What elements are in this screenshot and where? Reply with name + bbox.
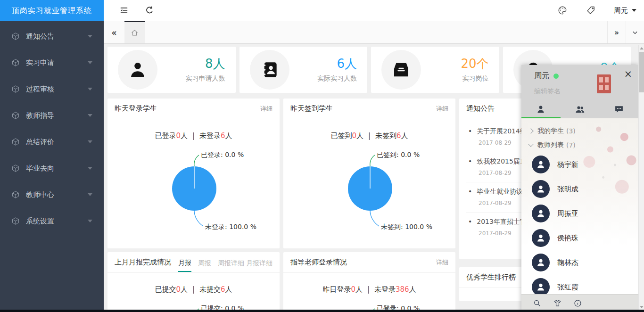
sidebar-item-label: 通知公告 [26, 32, 54, 41]
tag-icon[interactable] [586, 5, 596, 16]
tab-monthly[interactable]: 月报 [178, 253, 191, 272]
chat-user-name: 周元 [534, 71, 549, 81]
list-item[interactable]: 侯艳珠 [521, 226, 638, 250]
detail-link[interactable]: 详细 [260, 105, 272, 113]
svg-text:未登录: 100.0 %: 未登录: 100.0 % [205, 223, 256, 230]
scrollbar-thumb[interactable] [639, 52, 644, 92]
cube-icon [11, 164, 20, 172]
member-name: 张明成 [557, 185, 578, 194]
svg-text:已登录: 0.0 %: 已登录: 0.0 % [201, 151, 244, 158]
sidebar-item-label: 毕业去向 [26, 164, 54, 173]
contacts-icon [250, 50, 289, 90]
info-icon[interactable] [573, 299, 582, 308]
stat-value: 6人 [317, 57, 357, 71]
sidebar-item-apply[interactable]: 实习申请 [0, 49, 104, 76]
caret-down-icon [88, 167, 92, 170]
user-menu[interactable]: 周元 [614, 6, 636, 15]
cube-icon [11, 138, 20, 146]
list-item[interactable]: 杨宇新 [521, 152, 638, 177]
tab-bar: « » [104, 21, 644, 44]
topbar: 周元 [104, 0, 644, 21]
stat-card-positions[interactable]: 20个 实习岗位 [371, 47, 499, 93]
collapse-menu-icon[interactable] [119, 5, 129, 16]
detail-link[interactable]: 详细 [436, 105, 448, 113]
shirt-skin-icon[interactable] [553, 299, 562, 308]
svg-text:未签到: 100.0 %: 未签到: 100.0 % [381, 223, 432, 230]
panel-title: 上月月报完成情况 [115, 258, 171, 267]
list-item[interactable]: 周振亚 [521, 201, 638, 226]
panel-title: 通知公告 [466, 104, 495, 113]
summary-unit: 人 [181, 285, 188, 294]
detail-link[interactable]: 详细 [436, 258, 448, 267]
list-item[interactable]: 张红霞 [521, 275, 638, 294]
cube-icon [11, 32, 20, 41]
group-my-students[interactable]: 我的学生 (3) [529, 124, 638, 138]
sidebar-item-settings[interactable]: 系统设置 [0, 208, 104, 234]
caret-down-icon [88, 114, 92, 117]
panel-monthly-report: 上月月报完成情况 月报 周报 周报详细 月报详细 已提交0人|未提交6人 已提交… [107, 252, 280, 312]
summary-unit: 人 [225, 131, 232, 140]
tab-contacts-groups[interactable] [561, 100, 600, 118]
sidebar-item-label: 教师指导 [26, 111, 54, 120]
scroll-up-arrow-icon[interactable] [640, 47, 644, 49]
panel-title: 优秀学生排行榜 [466, 273, 516, 282]
summary-value: 0 [352, 131, 356, 140]
inbox-icon [381, 50, 421, 90]
sidebar-item-label: 过程审核 [26, 85, 54, 94]
sidebar-item-label: 实习申请 [26, 58, 54, 67]
tab-home[interactable] [124, 21, 145, 43]
summary-label: 未提交 [199, 285, 221, 294]
app-title: 顶岗实习就业管理系统 [0, 0, 104, 21]
signin-pie-chart: 已签到: 0.0 % 未签到: 100.0 % [283, 142, 455, 245]
sidebar-item-process[interactable]: 过程审核 [0, 76, 104, 102]
member-name: 周振亚 [557, 209, 578, 218]
chat-bubble-icon [614, 104, 624, 115]
group-count: (7) [566, 141, 576, 149]
login-summary: 已登录0人|未登录6人 [107, 131, 280, 140]
tab-monthly-detail[interactable]: 月报详细 [246, 254, 272, 271]
avatar [532, 254, 550, 271]
summary-separator: | [192, 131, 195, 140]
cube-icon [11, 190, 20, 199]
member-name: 杨宇新 [557, 160, 578, 169]
chevron-right-icon [528, 128, 533, 133]
group-teacher-list[interactable]: 教师列表 (7) [529, 138, 638, 152]
palette-icon[interactable] [557, 5, 568, 16]
scroll-down-arrow-icon[interactable] [640, 306, 644, 308]
caret-down-icon [88, 61, 92, 64]
stat-card-actual[interactable]: 6人 实际实习人数 [239, 47, 368, 93]
sidebar-item-evaluation[interactable]: 总结评价 [0, 129, 104, 155]
list-item[interactable]: 鞠林杰 [521, 250, 638, 275]
stat-card-apply[interactable]: 8人 实习申请人数 [107, 47, 236, 93]
tab-contacts-person[interactable] [521, 100, 561, 118]
vertical-scrollbar[interactable] [638, 45, 644, 312]
sidebar-item-graduation[interactable]: 毕业去向 [0, 155, 104, 181]
tab-conversations[interactable] [599, 100, 638, 118]
stat-text: 6人 实际实习人数 [317, 57, 357, 83]
close-icon[interactable]: × [624, 69, 632, 79]
report-tabs: 月报 周报 周报详细 月报详细 [172, 253, 272, 272]
summary-label: 已签到 [330, 131, 352, 140]
chat-header: 周元 编辑签名 × [521, 65, 638, 118]
stat-value: 8人 [186, 57, 225, 71]
user-icon [118, 50, 157, 90]
tab-actions: » [607, 21, 644, 43]
summary-value: 6 [396, 131, 401, 140]
tabs-menu-button[interactable] [626, 21, 644, 43]
search-icon[interactable] [533, 299, 542, 308]
list-item[interactable]: 张明成 [521, 177, 638, 201]
panel-header: 上月月报完成情况 月报 周报 周报详细 月报详细 [107, 252, 280, 273]
sidebar-item-notice[interactable]: 通知公告 [0, 23, 104, 49]
group-label: 教师列表 [537, 141, 564, 149]
caret-down-icon [88, 88, 92, 90]
sidebar-item-guidance[interactable]: 教师指导 [0, 102, 104, 129]
tab-weekly[interactable]: 周报 [198, 254, 211, 271]
cube-icon [11, 217, 20, 225]
sidebar-item-teacher-center[interactable]: 教师中心 [0, 181, 104, 208]
tabs-scroll-right-button[interactable]: » [607, 21, 626, 43]
tab-weekly-detail[interactable]: 周报详细 [218, 254, 244, 271]
signature-input[interactable]: 编辑签名 [534, 87, 561, 96]
summary-label: 未登录 [199, 131, 221, 140]
refresh-icon[interactable] [144, 5, 155, 16]
tabs-scroll-left-button[interactable]: « [104, 21, 124, 43]
